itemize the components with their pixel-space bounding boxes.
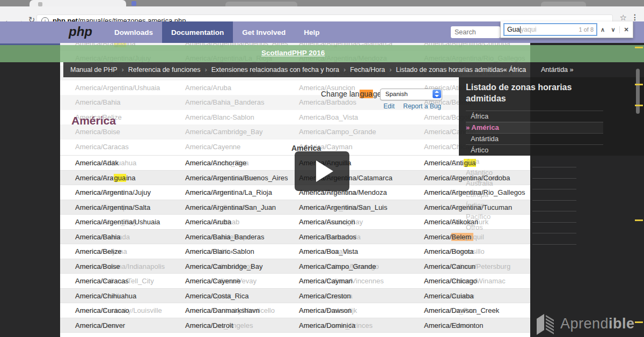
- event-banner-link[interactable]: ScotlandPHP 2016: [261, 49, 325, 57]
- ghost-separator-line: [532, 222, 576, 223]
- sidebar-panel: Listado de zonas horarias admitidas Áfri…: [459, 77, 644, 156]
- browser-menu-icon[interactable]: ⋮: [631, 13, 639, 21]
- ghost-table-cell: America/Cambridge_Bay: [185, 128, 263, 136]
- select-stepper-icon: [433, 90, 441, 98]
- search-input[interactable]: [451, 26, 500, 38]
- php-nav: DownloadsDocumentationGet InvolvedHelp: [105, 21, 329, 43]
- timezone-cell: America/Argentina/Salta: [75, 203, 150, 211]
- browser-toolbar: ← → ↻ i php.net/manual/es/timezones.amer…: [0, 6, 644, 21]
- timezone-cell: America/Araguaina: [75, 174, 136, 182]
- play-button[interactable]: [295, 151, 349, 191]
- ghost-separator-line: [532, 178, 576, 179]
- breadcrumb-link[interactable]: Listado de zonas horarias admitidas: [396, 66, 503, 74]
- ghost-separator-line: [532, 189, 576, 189]
- table-row: America/Indiana/IndianapolisAmerica/Indi…: [60, 259, 530, 274]
- timezone-cell: America/Argentina/San_Juan: [185, 203, 276, 211]
- watermark: Aprendible: [536, 312, 635, 335]
- page-title: América: [71, 114, 116, 128]
- scrollbar-thumb[interactable]: [636, 69, 640, 114]
- timezone-cell: America/Asuncion: [299, 218, 355, 226]
- timezone-cell: America/Boise: [75, 262, 120, 270]
- next-section-link[interactable]: Antártida »: [541, 62, 573, 77]
- find-marker-tick: [635, 47, 643, 48]
- timezone-cell: America/Cambridge_Bay: [185, 262, 263, 270]
- timezone-cell: America/Caracas: [75, 277, 129, 285]
- video-frame: ← → ↻ i php.net/manual/es/timezones.amer…: [0, 0, 644, 337]
- sidebar-item-américa[interactable]: » América: [466, 122, 603, 133]
- timezone-cell: America/Curacao: [75, 306, 129, 314]
- nav-item-documentation[interactable]: Documentation: [162, 21, 233, 43]
- ghost-table-cell: America/Boise: [75, 128, 120, 136]
- timezone-cell: America/Edmonton: [424, 321, 484, 329]
- ghost-sidebar-item: Otros: [466, 223, 483, 231]
- table-row: America/ManaguaAmerica/ManausAmerica/Mar…: [60, 332, 530, 337]
- ghost-table-cell: America/Boa_Vista: [299, 113, 358, 121]
- timezone-cell: America/Blanc-Sablon: [185, 247, 254, 255]
- find-bar: Gua yaqui 1 of 8 ∧ ∨ ✕: [500, 21, 633, 38]
- sidebar-item-ártico[interactable]: Ártico: [466, 144, 603, 156]
- timezone-cell: America/Aruba: [185, 218, 231, 226]
- find-match-active: gua: [360, 90, 373, 98]
- nav-item-help[interactable]: Help: [295, 21, 328, 43]
- timezone-cell: America/Bahia: [75, 233, 121, 241]
- prev-section-link[interactable]: « África: [503, 66, 526, 74]
- timezone-cell: America/Argentina/Jujuy: [75, 188, 151, 196]
- find-marker-tick: [635, 321, 643, 323]
- report-bug-link[interactable]: Report a Bug: [403, 102, 441, 110]
- ghost-sidebar-item: Australia: [466, 179, 493, 187]
- ghost-separator-line: [532, 211, 576, 211]
- sidebar-item-áfrica[interactable]: África: [466, 111, 603, 122]
- breadcrumb-separator: ›: [205, 66, 207, 74]
- watermark-text: Aprendible: [560, 316, 635, 332]
- timezone-cell: America/Bogota: [424, 247, 474, 255]
- timezone-cell: America/Barbados: [299, 233, 356, 241]
- timezone-cell: America/Argentina/Buenos_Aires: [185, 174, 288, 182]
- browser-tab-active[interactable]: [30, 0, 126, 6]
- timezone-cell: America/Danmarkshavn: [185, 306, 260, 314]
- ghost-sidebar-item: Pacífico: [466, 213, 491, 221]
- timezone-cell: America/Chihuahua: [75, 292, 136, 300]
- ghost-table-cell: America/Blanc-Sablon: [185, 113, 254, 121]
- browser-tab-inactive[interactable]: [225, 2, 297, 6]
- table-row: America/Glace_BayAmerica/GodthabAmerica/…: [60, 214, 530, 230]
- nav-item-downloads[interactable]: Downloads: [105, 21, 162, 43]
- change-language-pre: Change lan: [321, 90, 360, 98]
- ghost-table-cell: America/Campo_Grande: [299, 128, 376, 136]
- php-logo[interactable]: php: [69, 24, 92, 39]
- breadcrumb-link[interactable]: Referencia de funciones: [128, 66, 201, 74]
- timezone-cell: America/Argentina/La_Rioja: [185, 188, 272, 196]
- timezone-cell: America/Belem: [424, 233, 471, 241]
- ghost-table-cell: America/Bahia_Banderas: [185, 98, 264, 106]
- ghost-table-cell: America/Caracas: [75, 143, 129, 151]
- ghost-table-cell: America/Cayenne: [185, 143, 240, 151]
- browser-tab-strip[interactable]: [0, 0, 644, 6]
- find-next-icon[interactable]: ∨: [608, 26, 619, 33]
- page-links: Edit Report a Bug: [376, 102, 441, 110]
- browser-tab-inactive[interactable]: [541, 2, 586, 6]
- timezone-cell: America/Bahia_Banderas: [185, 233, 264, 241]
- breadcrumb-link[interactable]: Extensiones relacionadas con fecha y hor…: [211, 66, 339, 74]
- table-row: America/EirunepeAmerica/El_SalvadorAmeri…: [60, 200, 530, 215]
- edit-link[interactable]: Edit: [384, 102, 395, 110]
- breadcrumb-link[interactable]: Fecha/Hora: [350, 66, 385, 74]
- ghost-separator-line: [532, 167, 576, 167]
- language-select[interactable]: Spanish: [380, 89, 442, 100]
- change-language-label: Change language:: [321, 90, 383, 98]
- breadcrumb-separator: ›: [122, 66, 124, 74]
- find-input[interactable]: Gua yaqui 1 of 8: [503, 23, 597, 36]
- sidebar-item-antártida[interactable]: Antártida: [466, 133, 603, 144]
- table-row: America/LimaAmerica/Los_AngelesAmerica/L…: [60, 318, 530, 333]
- find-close-icon[interactable]: ✕: [619, 26, 633, 33]
- breadcrumb-separator: ›: [390, 66, 392, 74]
- breadcrumb-link[interactable]: Manual de PHP: [70, 66, 118, 74]
- find-previous-icon[interactable]: ∧: [597, 26, 608, 33]
- timezone-cell: America/Chicago: [424, 277, 477, 285]
- table-row: America/Kentucky/LouisvilleAmerica/Kentu…: [60, 303, 530, 318]
- ghost-separator-line: [532, 200, 576, 201]
- breadcrumb-separator: ›: [343, 66, 346, 74]
- nav-item-get-involved[interactable]: Get Involved: [233, 21, 295, 43]
- timezone-cell: America/Boa_Vista: [299, 247, 358, 255]
- ghost-sidebar-item: Índico: [466, 201, 485, 209]
- timezone-cell: America/Cayenne: [185, 277, 240, 285]
- timezone-cell: America/Argentina/San_Luis: [299, 203, 387, 211]
